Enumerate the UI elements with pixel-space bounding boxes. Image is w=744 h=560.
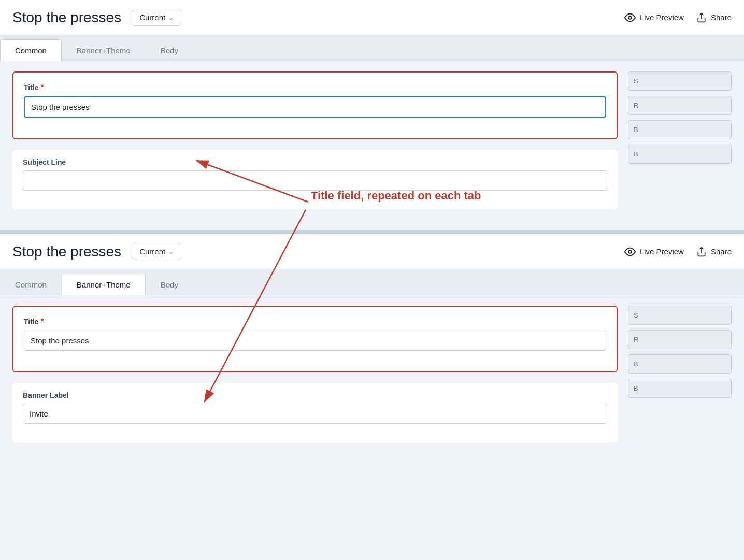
side-item-1-bottom: S: [628, 306, 732, 325]
title-input-bottom[interactable]: [24, 331, 606, 351]
header-right-top: Live Preview Share: [624, 12, 732, 23]
svg-point-0: [628, 16, 632, 19]
side-item-4-top: B: [628, 145, 732, 164]
tab-common-top[interactable]: Common: [0, 39, 62, 61]
version-label-bottom: Current: [139, 247, 165, 256]
share-icon-top: [696, 12, 707, 23]
panel-top-content: Title * Subject Line: [0, 61, 744, 230]
tab-banner-theme-top[interactable]: Banner+Theme: [62, 39, 146, 61]
tabs-bar-bottom: Common Banner+Theme Body: [0, 269, 744, 295]
banner-label-input-bottom[interactable]: [23, 404, 607, 424]
share-icon-bottom: [696, 247, 707, 257]
title-section-top: Title *: [12, 71, 618, 139]
live-preview-button-bottom[interactable]: Live Preview: [624, 246, 684, 257]
subject-section-top: Subject Line: [12, 150, 618, 209]
title-label-top: Title *: [24, 83, 606, 92]
panel-divider: [0, 230, 744, 234]
share-label-bottom: Share: [711, 247, 732, 256]
side-item-3-top: B: [628, 120, 732, 139]
svg-point-2: [628, 250, 632, 253]
panel-top-header: Stop the presses Current ⌄ Live Preview: [0, 0, 744, 35]
panel-bottom: Stop the presses Current ⌄ Live Preview: [0, 234, 744, 463]
side-item-2-top: R: [628, 96, 732, 115]
share-label-top: Share: [711, 13, 732, 22]
banner-label-field-group-bottom: Banner Label: [23, 391, 607, 424]
side-panel-bottom: S R B B: [628, 306, 732, 453]
page-title-bottom: Stop the presses: [12, 243, 121, 260]
banner-label-label-bottom: Banner Label: [23, 391, 607, 399]
subject-input-top[interactable]: [23, 170, 607, 191]
chevron-down-icon-bottom: ⌄: [168, 248, 174, 255]
side-item-3-bottom: B: [628, 354, 732, 374]
header-right-bottom: Live Preview Share: [624, 246, 732, 257]
eye-icon-bottom: [624, 246, 636, 257]
tabs-bar-top: Common Banner+Theme Body: [0, 35, 744, 61]
side-item-4-bottom: B: [628, 379, 732, 398]
share-button-top[interactable]: Share: [696, 12, 732, 23]
panel-bottom-header: Stop the presses Current ⌄ Live Preview: [0, 234, 744, 269]
main-form-bottom: Title * Banner Label: [12, 306, 618, 453]
panel-top: Stop the presses Current ⌄ Live Preview: [0, 0, 744, 230]
tab-banner-theme-bottom[interactable]: Banner+Theme: [62, 274, 146, 295]
title-field-group-bottom: Title *: [24, 317, 606, 351]
version-label-top: Current: [139, 13, 165, 22]
title-section-bottom: Title *: [12, 306, 618, 372]
tab-common-bottom[interactable]: Common: [0, 274, 62, 295]
page-title-top: Stop the presses: [12, 9, 121, 26]
title-required-star-bottom: *: [41, 317, 44, 326]
chevron-down-icon-top: ⌄: [168, 14, 174, 21]
live-preview-label-top: Live Preview: [640, 13, 684, 22]
title-required-star-top: *: [41, 83, 44, 92]
subject-field-group-top: Subject Line: [23, 158, 607, 191]
share-button-bottom[interactable]: Share: [696, 247, 732, 257]
side-item-2-bottom: R: [628, 330, 732, 349]
title-field-group-top: Title *: [24, 83, 606, 118]
tab-body-top[interactable]: Body: [146, 39, 193, 61]
title-label-bottom: Title *: [24, 317, 606, 326]
live-preview-button-top[interactable]: Live Preview: [624, 12, 684, 23]
banner-label-section-bottom: Banner Label: [12, 383, 618, 442]
eye-icon-top: [624, 12, 636, 23]
panel-bottom-content: Title * Banner Label: [0, 295, 744, 463]
subject-label-top: Subject Line: [23, 158, 607, 166]
main-form-top: Title * Subject Line: [12, 71, 618, 220]
side-panel-top: S R B B: [628, 71, 732, 220]
title-input-top[interactable]: [24, 96, 606, 118]
side-item-1-top: S: [628, 71, 732, 91]
version-dropdown-bottom[interactable]: Current ⌄: [132, 243, 181, 260]
version-dropdown-top[interactable]: Current ⌄: [132, 9, 181, 26]
tab-body-bottom[interactable]: Body: [146, 274, 193, 295]
live-preview-label-bottom: Live Preview: [640, 247, 684, 256]
